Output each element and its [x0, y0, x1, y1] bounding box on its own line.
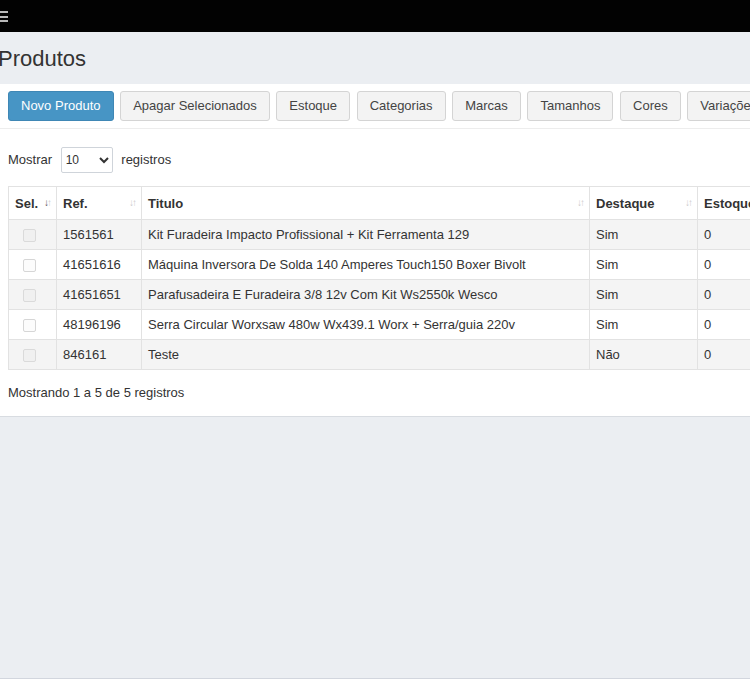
- cell-estoque: 0: [698, 280, 750, 310]
- page-length-select[interactable]: 10: [61, 147, 113, 173]
- column-header-destaque[interactable]: Destaque ↓↑: [590, 187, 698, 220]
- column-header-sel[interactable]: Sel. ↓↑: [9, 187, 57, 220]
- products-table: Sel. ↓↑ Ref. ↓↑ Titulo ↓↑ Destaque: [8, 186, 750, 370]
- cell-destaque: Sim: [590, 310, 698, 340]
- actions-toolbar: Novo Produto Apagar Selecionados Estoque…: [0, 84, 750, 129]
- cell-ref: 846161: [57, 340, 142, 370]
- sort-icon: ↓↑: [129, 196, 135, 208]
- cell-select: [9, 340, 57, 370]
- cell-destaque: Sim: [590, 280, 698, 310]
- cell-select: [9, 280, 57, 310]
- page-header: Produtos: [0, 32, 750, 84]
- cell-titulo: Serra Circular Worxsaw 480w Wx439.1 Worx…: [142, 310, 590, 340]
- row-select-checkbox[interactable]: [23, 349, 36, 362]
- length-label-suffix: registros: [121, 152, 171, 167]
- cell-estoque: 0: [698, 220, 750, 250]
- cell-ref: 41651616: [57, 250, 142, 280]
- page-length-control: Mostrar 10 registros: [8, 147, 750, 173]
- delete-selected-button[interactable]: Apagar Selecionados: [120, 91, 270, 121]
- table-row: 41651616 Máquina Inversora De Solda 140 …: [9, 250, 750, 280]
- cell-estoque: 0: [698, 340, 750, 370]
- cell-estoque: 0: [698, 250, 750, 280]
- row-select-checkbox[interactable]: [23, 289, 36, 302]
- cell-destaque: Sim: [590, 220, 698, 250]
- table-row: 41651651 Parafusadeira E Furadeira 3/8 1…: [9, 280, 750, 310]
- products-panel: Novo Produto Apagar Selecionados Estoque…: [0, 84, 750, 417]
- page-footer: [0, 678, 750, 690]
- cell-select: [9, 310, 57, 340]
- top-navbar: [0, 0, 750, 32]
- new-product-button[interactable]: Novo Produto: [8, 91, 114, 121]
- content-wrapper: Produtos Novo Produto Apagar Selecionado…: [0, 32, 750, 678]
- page-title: Produtos: [0, 45, 735, 73]
- sort-icon: ↓↑: [685, 196, 691, 208]
- colors-button[interactable]: Cores: [620, 91, 681, 121]
- cell-titulo: Teste: [142, 340, 590, 370]
- row-select-checkbox[interactable]: [23, 229, 36, 242]
- cell-ref: 1561561: [57, 220, 142, 250]
- cell-ref: 48196196: [57, 310, 142, 340]
- brands-button[interactable]: Marcas: [452, 91, 521, 121]
- row-select-checkbox[interactable]: [23, 259, 36, 272]
- table-row: 846161 Teste Não 0: [9, 340, 750, 370]
- cell-titulo: Máquina Inversora De Solda 140 Amperes T…: [142, 250, 590, 280]
- cell-titulo: Parafusadeira E Furadeira 3/8 12v Com Ki…: [142, 280, 590, 310]
- row-select-checkbox[interactable]: [23, 319, 36, 332]
- table-row: 48196196 Serra Circular Worxsaw 480w Wx4…: [9, 310, 750, 340]
- cell-select: [9, 250, 57, 280]
- cell-ref: 41651651: [57, 280, 142, 310]
- cell-titulo: Kit Furadeira Impacto Profissional + Kit…: [142, 220, 590, 250]
- stock-button[interactable]: Estoque: [276, 91, 350, 121]
- column-header-titulo[interactable]: Titulo ↓↑: [142, 187, 590, 220]
- sort-icon: ↓↑: [44, 196, 50, 208]
- variations-button[interactable]: Variações: [687, 91, 750, 121]
- table-info-text: Mostrando 1 a 5 de 5 registros: [8, 385, 750, 400]
- table-header-row: Sel. ↓↑ Ref. ↓↑ Titulo ↓↑ Destaque: [9, 187, 750, 220]
- length-label-prefix: Mostrar: [8, 152, 52, 167]
- cell-destaque: Sim: [590, 250, 698, 280]
- cell-select: [9, 220, 57, 250]
- cell-estoque: 0: [698, 310, 750, 340]
- cell-destaque: Não: [590, 340, 698, 370]
- column-header-estoque[interactable]: Estoque: [698, 187, 750, 220]
- sort-icon: ↓↑: [577, 196, 583, 208]
- categories-button[interactable]: Categorias: [357, 91, 446, 121]
- hamburger-menu-icon[interactable]: [0, 11, 8, 22]
- table-row: 1561561 Kit Furadeira Impacto Profission…: [9, 220, 750, 250]
- table-section: Mostrar 10 registros Sel. ↓↑: [0, 129, 750, 416]
- sizes-button[interactable]: Tamanhos: [527, 91, 613, 121]
- column-header-ref[interactable]: Ref. ↓↑: [57, 187, 142, 220]
